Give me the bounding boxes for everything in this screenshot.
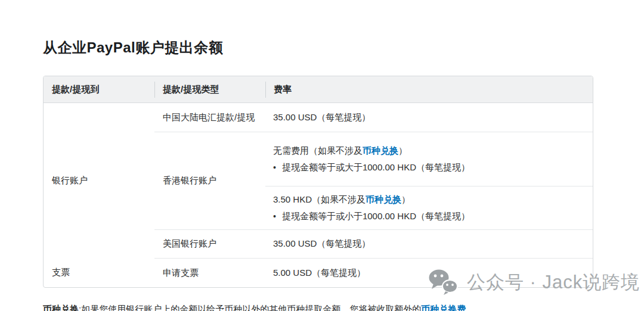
fee-hk-free-main: 无需费用（如果不涉及币种兑换） <box>273 143 407 158</box>
fee-hk-free-prefix: 无需费用（如果不涉及 <box>273 145 363 156</box>
watermark-text: 公众号 · Jack说跨境 <box>467 270 640 295</box>
fee-hk-low-condition: • 提现金额等于或小于1000.00 HKD（每笔提现） <box>273 209 470 224</box>
fee-hk-free-condition: • 提现金额等于或大于1000.00 HKD（每笔提现） <box>273 160 470 175</box>
footnote-text: :如果您使用银行账户上的金额以给予币种以外的其他币种提取金额，您将被收取额外的 <box>79 304 421 311</box>
cell-type-request-check: 申请支票 <box>154 258 265 287</box>
cell-fee-hk-free: 无需费用（如果不涉及币种兑换） • 提现金额等于或大于1000.00 HKD（每… <box>265 132 593 186</box>
currency-conversion-footnote: 币种兑换:如果您使用银行账户上的金额以给予币种以外的其他币种提取金额，您将被收取… <box>43 303 466 311</box>
cell-destination-check: 支票 <box>44 258 154 287</box>
watermark: 公众号 · Jack说跨境 <box>427 269 640 296</box>
bullet-icon: • <box>273 209 276 224</box>
fee-hk-low-prefix: 3.50 HKD（如果不涉及 <box>273 194 366 204</box>
currency-conversion-fee-link[interactable]: 币种兑换费 <box>421 304 466 311</box>
fee-hk-low-suffix: ） <box>401 194 410 204</box>
table-header-type: 提款/提现类型 <box>154 76 265 103</box>
currency-conversion-link[interactable]: 币种兑换 <box>363 145 398 156</box>
cell-destination-bank-account: 银行账户 <box>44 103 154 258</box>
page-title: 从企业PayPal账户提出余额 <box>43 38 223 57</box>
cell-fee-us-bank: 35.00 USD（每笔提现） <box>265 229 593 258</box>
table-header-fee: 费率 <box>265 76 593 103</box>
cell-fee-mainland-wire: 35.00 USD（每笔提现） <box>265 103 593 132</box>
footnote-label: 币种兑换 <box>43 304 79 311</box>
fee-hk-free-condition-text: 提现金额等于或大于1000.00 HKD（每笔提现） <box>282 160 470 175</box>
cell-fee-hk-low: 3.50 HKD（如果不涉及币种兑换） • 提现金额等于或小于1000.00 H… <box>265 186 593 229</box>
cell-type-mainland-wire: 中国大陆电汇提款/提现 <box>154 103 265 132</box>
fee-table: 提款/提现到 提款/提现类型 费率 银行账户 中国大陆电汇提款/提现 35.00… <box>43 76 593 288</box>
fee-hk-low-main: 3.50 HKD（如果不涉及币种兑换） <box>273 192 410 207</box>
cell-type-us-bank: 美国银行账户 <box>154 229 265 258</box>
currency-conversion-link[interactable]: 币种兑换 <box>366 194 401 204</box>
table-header-destination: 提款/提现到 <box>44 76 154 103</box>
fee-hk-free-suffix: ） <box>398 145 407 156</box>
fee-hk-low-condition-text: 提现金额等于或小于1000.00 HKD（每笔提现） <box>282 209 470 224</box>
bullet-icon: • <box>273 160 276 175</box>
wechat-icon <box>427 269 459 296</box>
cell-type-hk-bank: 香港银行账户 <box>154 132 265 229</box>
